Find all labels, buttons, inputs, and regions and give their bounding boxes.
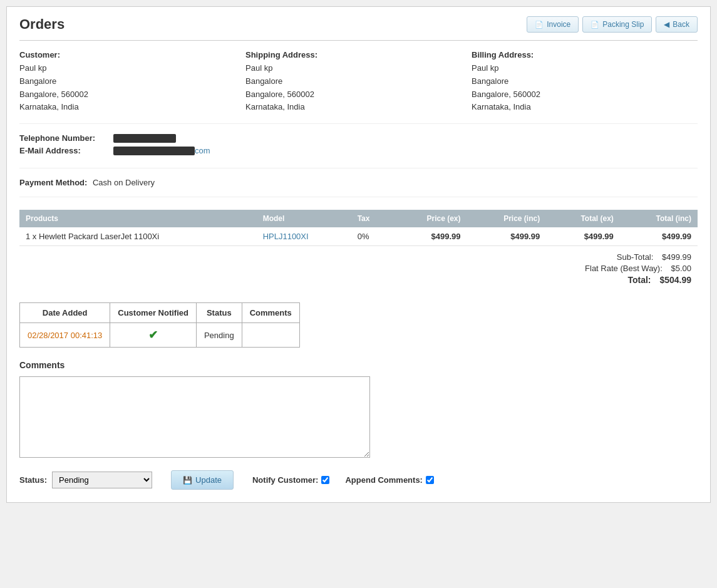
subtotal-row: Sub-Total: $499.99 xyxy=(26,252,691,262)
status-select[interactable]: Pending Processing Shipped Complete Canc… xyxy=(52,472,152,488)
billing-name: Paul kp xyxy=(472,62,698,75)
product-price-ex: $499.99 xyxy=(391,227,467,246)
notify-checkbox[interactable] xyxy=(321,476,329,484)
shipping-name: Paul kp xyxy=(245,62,472,75)
append-group: Append Comments: xyxy=(345,475,434,485)
address-section: Customer: Paul kp Bangalore Bangalore, 5… xyxy=(19,50,698,124)
customer-name: Paul kp xyxy=(19,62,245,75)
page-title: Orders xyxy=(19,16,64,33)
product-total-inc: $499.99 xyxy=(620,227,698,246)
shipping-block: Shipping Address: Paul kp Bangalore Bang… xyxy=(245,50,472,114)
payment-section: Payment Method: Cash on Delivery xyxy=(19,178,698,197)
customer-state: Karnataka, India xyxy=(19,101,245,114)
col-tax: Tax xyxy=(351,210,392,227)
history-date: 02/28/2017 00:41:13 xyxy=(20,323,110,348)
history-col-comments: Comments xyxy=(242,303,299,323)
billing-block: Billing Address: Paul kp Bangalore Banga… xyxy=(472,50,698,114)
invoice-label: Invoice xyxy=(547,20,570,29)
product-price-inc: $499.99 xyxy=(467,227,546,246)
shipping-address: Paul kp Bangalore Bangalore, 560002 Karn… xyxy=(245,62,472,114)
col-products: Products xyxy=(19,210,257,227)
shipping-row: Flat Rate (Best Way): $5.00 xyxy=(26,264,691,273)
shipping-state: Karnataka, India xyxy=(245,101,472,114)
email-label: E-Mail Address: xyxy=(19,146,113,155)
comments-title: Comments xyxy=(19,360,698,370)
back-button[interactable]: ◀ Back xyxy=(656,16,698,33)
customer-address: Paul kp Bangalore Bangalore, 560002 Karn… xyxy=(19,62,245,114)
telephone-value xyxy=(113,134,176,143)
update-icon: 💾 xyxy=(183,476,192,485)
telephone-label: Telephone Number: xyxy=(19,133,113,143)
history-col-status: Status xyxy=(196,303,242,323)
col-price-inc: Price (inc) xyxy=(467,210,546,227)
checkmark-icon: ✔ xyxy=(148,329,158,341)
customer-address-line: Bangalore, 560002 xyxy=(19,88,245,101)
payment-label: Payment Method: xyxy=(19,178,87,187)
totals-section: Sub-Total: $499.99 Flat Rate (Best Way):… xyxy=(19,249,698,290)
packing-slip-label: Packing Slip xyxy=(602,20,644,29)
comments-textarea[interactable] xyxy=(19,376,370,458)
shipping-value: $5.00 xyxy=(671,264,691,273)
payment-value: Cash on Delivery xyxy=(93,178,155,187)
shipping-label: Flat Rate (Best Way): xyxy=(585,264,663,273)
invoice-button[interactable]: 📄 Invoice xyxy=(527,16,579,33)
shipping-address-line: Bangalore, 560002 xyxy=(245,88,472,101)
invoice-icon: 📄 xyxy=(535,21,544,29)
billing-address-line: Bangalore, 560002 xyxy=(472,88,698,101)
history-row: 02/28/2017 00:41:13 ✔ Pending xyxy=(20,323,300,348)
total-row: Total: $504.99 xyxy=(26,275,691,285)
customer-block: Customer: Paul kp Bangalore Bangalore, 5… xyxy=(19,50,245,114)
append-checkbox[interactable] xyxy=(426,476,434,484)
history-notified: ✔ xyxy=(110,323,197,348)
notify-group: Notify Customer: xyxy=(252,475,329,485)
update-label: Update xyxy=(195,475,222,485)
customer-label: Customer: xyxy=(19,50,245,59)
update-button[interactable]: 💾 Update xyxy=(171,470,234,490)
col-model: Model xyxy=(257,210,351,227)
back-label: Back xyxy=(673,20,689,29)
packing-slip-icon: 📄 xyxy=(591,21,599,29)
bottom-controls: Status: Pending Processing Shipped Compl… xyxy=(19,470,698,490)
history-comments xyxy=(242,323,299,348)
history-col-date: Date Added xyxy=(20,303,110,323)
packing-slip-button[interactable]: 📄 Packing Slip xyxy=(582,16,652,33)
shipping-label: Shipping Address: xyxy=(245,50,472,59)
shipping-city: Bangalore xyxy=(245,75,472,88)
checkbox-controls: Notify Customer: Append Comments: xyxy=(252,475,434,485)
table-row: 1 x Hewlett Packard LaserJet 1100Xi HPLJ… xyxy=(19,227,698,246)
subtotal-value: $499.99 xyxy=(662,252,691,262)
email-value: com xyxy=(113,146,210,155)
col-total-inc: Total (inc) xyxy=(620,210,698,227)
billing-address: Paul kp Bangalore Bangalore, 560002 Karn… xyxy=(472,62,698,114)
contact-section: Telephone Number: E-Mail Address: com xyxy=(19,133,698,168)
email-row: E-Mail Address: com xyxy=(19,146,698,155)
status-group: Status: Pending Processing Shipped Compl… xyxy=(19,472,152,488)
col-total-ex: Total (ex) xyxy=(546,210,620,227)
product-model: HPLJ1100XI xyxy=(257,227,351,246)
billing-state: Karnataka, India xyxy=(472,101,698,114)
history-col-notified: Customer Notified xyxy=(110,303,197,323)
product-total-ex: $499.99 xyxy=(546,227,620,246)
header-buttons: 📄 Invoice 📄 Packing Slip ◀ Back xyxy=(527,16,698,33)
comments-section: Comments xyxy=(19,360,698,458)
notify-label: Notify Customer: xyxy=(252,475,318,485)
billing-city: Bangalore xyxy=(472,75,698,88)
history-status: Pending xyxy=(196,323,242,348)
customer-city: Bangalore xyxy=(19,75,245,88)
billing-label: Billing Address: xyxy=(472,50,698,59)
subtotal-label: Sub-Total: xyxy=(617,252,654,262)
telephone-row: Telephone Number: xyxy=(19,133,698,143)
back-icon: ◀ xyxy=(664,20,669,29)
total-value: $504.99 xyxy=(659,275,691,285)
email-suffix: com xyxy=(195,146,210,155)
products-table: Products Model Tax Price (ex) Price (inc… xyxy=(19,210,698,246)
status-label: Status: xyxy=(19,475,47,485)
product-tax: 0% xyxy=(351,227,392,246)
history-table: Date Added Customer Notified Status Comm… xyxy=(19,302,300,348)
total-label: Total: xyxy=(627,275,651,285)
col-price-ex: Price (ex) xyxy=(391,210,467,227)
append-label: Append Comments: xyxy=(345,475,423,485)
product-name: 1 x Hewlett Packard LaserJet 1100Xi xyxy=(19,227,257,246)
